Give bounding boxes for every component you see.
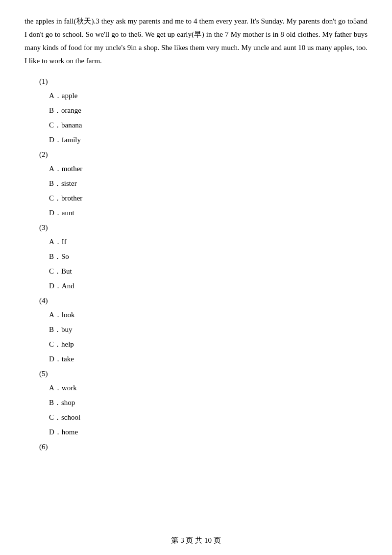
question-number-4: (4)	[39, 297, 368, 305]
option-q3-C: C．But	[49, 265, 368, 277]
question-number-6: (6)	[39, 443, 368, 451]
questions-container: (1)A．appleB．orangeC．bananaD．family(2)A．m…	[24, 77, 368, 451]
option-q5-B: B．shop	[49, 397, 368, 408]
option-q1-A: A．apple	[49, 90, 368, 101]
option-q3-B: B．So	[49, 251, 368, 262]
page-footer: 第 3 页 共 10 页	[0, 536, 392, 545]
option-q2-B: B．sister	[49, 177, 368, 189]
option-q1-C: C．banana	[49, 119, 368, 131]
question-number-5: (5)	[39, 370, 368, 378]
option-q2-C: C．brother	[49, 192, 368, 204]
option-q2-D: D．aunt	[49, 207, 368, 219]
option-q5-C: C．school	[49, 411, 368, 423]
question-number-3: (3)	[39, 224, 368, 232]
option-q4-B: B．buy	[49, 324, 368, 335]
question-number-2: (2)	[39, 151, 368, 159]
option-q1-B: B．orange	[49, 104, 368, 116]
option-q3-A: A．If	[49, 236, 368, 248]
option-q4-C: C．help	[49, 338, 368, 350]
option-q4-A: A．look	[49, 309, 368, 321]
option-q1-D: D．family	[49, 134, 368, 146]
option-q4-D: D．take	[49, 353, 368, 365]
question-number-1: (1)	[39, 77, 368, 86]
option-q3-D: D．And	[49, 280, 368, 292]
passage-text: the apples in fall(秋天).3 they ask my par…	[24, 15, 368, 68]
option-q2-A: A．mother	[49, 163, 368, 175]
option-q5-D: D．home	[49, 426, 368, 438]
option-q5-A: A．work	[49, 382, 368, 394]
